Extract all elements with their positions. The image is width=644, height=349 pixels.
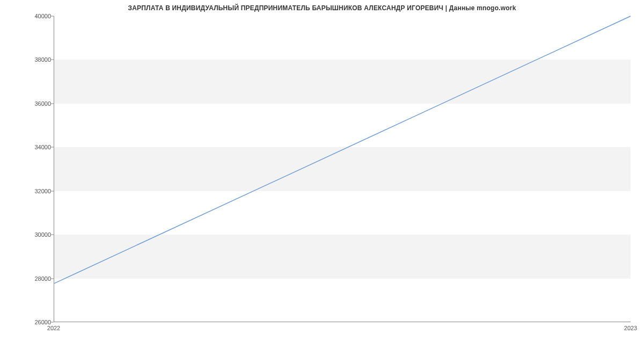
y-tick-mark <box>51 103 54 104</box>
y-tick-mark <box>51 191 54 191</box>
y-tick-label: 32000 <box>32 188 51 194</box>
chart-container: ЗАРПЛАТА В ИНДИВИДУАЛЬНЫЙ ПРЕДПРИНИМАТЕЛ… <box>0 0 644 349</box>
y-tick-label: 40000 <box>32 13 51 19</box>
y-tick-label: 38000 <box>32 56 51 63</box>
x-tick-label: 2022 <box>47 325 60 331</box>
x-tick-label: 2023 <box>624 325 637 331</box>
y-tick-mark <box>51 147 54 148</box>
y-tick-mark <box>51 235 54 235</box>
chart-title: ЗАРПЛАТА В ИНДИВИДУАЛЬНЫЙ ПРЕДПРИНИМАТЕЛ… <box>0 4 644 12</box>
y-tick-mark <box>51 16 54 17</box>
y-tick-mark <box>51 60 54 60</box>
line-svg <box>54 16 631 322</box>
y-tick-label: 36000 <box>32 100 51 107</box>
y-tick-mark <box>51 322 54 323</box>
y-tick-label: 28000 <box>32 275 51 282</box>
plot-area <box>54 16 631 322</box>
y-tick-mark <box>51 278 54 279</box>
data-line <box>54 16 631 283</box>
y-tick-label: 30000 <box>32 231 51 238</box>
y-tick-label: 34000 <box>32 144 51 150</box>
